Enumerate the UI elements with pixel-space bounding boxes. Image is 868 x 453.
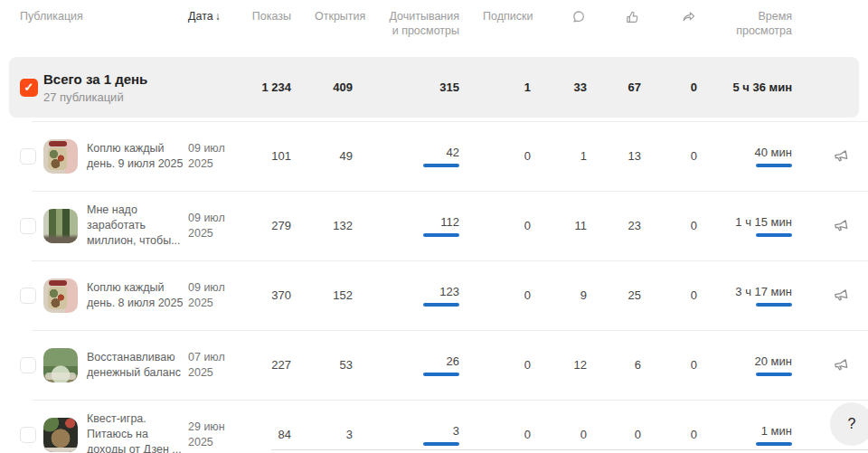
summary-likes: 67 [610,80,665,94]
comments-value: 11 [554,219,610,232]
col-header-opens[interactable]: Открытия [315,9,376,24]
reads-bar [423,442,459,446]
view-time-value: 1 мин [721,424,816,446]
publication-title[interactable]: Коплю каждый день. 8 июля 2025 [87,280,188,311]
summary-comments: 33 [554,80,610,94]
publication-title[interactable]: Восстанавливаю денежный баланс [87,350,188,381]
publication-date: 09 июл2025 [188,211,251,241]
shares-value: 0 [665,428,721,441]
comments-value: 9 [554,288,610,302]
publication-date: 09 июл2025 [188,141,251,172]
publication-date: 07 июл2025 [188,350,251,381]
row-checkbox[interactable] [20,288,36,304]
summary-shares: 0 [665,80,721,94]
shows-value: 227 [251,358,315,372]
summary-reads: 315 [376,80,483,94]
reads-bar [423,164,459,167]
summary-shows: 1 234 [251,80,315,94]
row-checkbox[interactable] [20,218,36,234]
col-header-shows[interactable]: Показы [251,9,315,24]
table-header: Публикация Дата↓ Показы Открытия Дочитыв… [0,0,868,57]
promote-button[interactable] [833,146,851,166]
likes-value: 23 [610,219,665,232]
reads-value: 123 [376,285,483,307]
view-time-bar [756,164,792,167]
row-checkbox[interactable] [20,427,36,443]
view-time-bar [756,303,792,307]
col-header-likes[interactable] [610,9,665,29]
view-time-bar [756,233,792,237]
opens-value: 49 [315,149,376,163]
promote-button[interactable] [833,354,851,375]
likes-value: 25 [610,288,665,302]
reads-bar [423,303,459,307]
reads-value: 26 [376,354,483,376]
table-row: Мне надо заработать миллион, чтобы... 09… [0,191,868,260]
view-time-value: 20 мин [721,354,816,376]
shares-value: 0 [665,288,721,302]
likes-value: 13 [610,149,665,163]
shows-value: 370 [251,288,315,302]
bottom-divider [271,449,868,450]
publication-title[interactable]: Коплю каждый день. 9 июля 2025 [87,141,188,172]
share-icon [681,9,697,29]
promote-button[interactable] [833,215,851,236]
col-header-shares[interactable] [665,9,721,29]
comments-value: 0 [554,428,610,441]
select-all-checkbox[interactable]: ✓ [20,79,38,97]
help-button[interactable]: ? [830,402,868,446]
publication-title[interactable]: Квест-игра. Питаюсь на доходы от Дзен ..… [87,411,188,453]
comments-value: 12 [554,358,610,372]
subscriptions-value: 0 [483,149,554,163]
reads-value: 3 [376,424,483,446]
promote-button[interactable] [833,285,851,306]
subscriptions-value: 0 [483,428,554,441]
megaphone-icon [833,354,851,375]
publication-date: 29 июн2025 [188,420,251,450]
summary-subscriptions: 1 [483,80,554,94]
view-time-bar [756,442,792,446]
likes-value: 6 [610,358,665,372]
shows-value: 279 [251,219,315,232]
col-header-reads[interactable]: Дочитыванияи просмотры [376,9,483,39]
summary-opens: 409 [315,80,376,94]
sort-arrow-icon: ↓ [215,10,221,23]
subscriptions-value: 0 [483,219,554,232]
subscriptions-value: 0 [483,358,554,372]
row-checkbox[interactable] [20,357,36,373]
megaphone-icon [833,285,851,306]
reads-bar [423,233,459,237]
col-header-date[interactable]: Дата↓ [188,9,251,24]
comment-icon [571,9,587,29]
summary-view-time: 5 ч 36 мин [721,80,816,94]
shares-value: 0 [665,358,721,372]
col-header-publication[interactable]: Публикация [0,9,188,24]
opens-value: 53 [315,358,376,372]
view-time-value: 1 ч 15 мин [721,215,816,237]
megaphone-icon [833,215,851,236]
table-row: Квест-игра. Питаюсь на доходы от Дзен ..… [0,400,868,453]
shows-value: 101 [251,149,315,163]
publication-title[interactable]: Мне надо заработать миллион, чтобы... [87,203,188,249]
comments-value: 1 [554,149,610,163]
reads-value: 42 [376,146,483,167]
thumbs-up-icon [625,9,641,29]
shows-value: 84 [251,428,315,441]
publication-thumbnail[interactable] [43,278,78,313]
table-row: Коплю каждый день. 8 июля 2025 09 июл202… [0,260,868,330]
summary-row: ✓ Всего за 1 день 27 публикаций 1 234 40… [0,57,868,118]
publication-thumbnail[interactable] [43,209,78,243]
publication-thumbnail[interactable] [43,348,78,382]
col-header-view-time[interactable]: Времяпросмотра [721,9,816,39]
table-row: Восстанавливаю денежный баланс 07 июл202… [0,330,868,400]
table-row: Коплю каждый день. 9 июля 2025 09 июл202… [0,121,868,191]
shares-value: 0 [665,219,721,232]
row-checkbox[interactable] [20,148,36,165]
publication-thumbnail[interactable] [43,139,78,174]
col-header-subscriptions[interactable]: Подписки [483,9,554,24]
opens-value: 152 [315,288,376,302]
shares-value: 0 [665,149,721,163]
col-header-comments[interactable] [554,9,610,29]
publication-thumbnail[interactable] [43,418,78,452]
publications-list: Коплю каждый день. 9 июля 2025 09 июл202… [0,121,868,453]
